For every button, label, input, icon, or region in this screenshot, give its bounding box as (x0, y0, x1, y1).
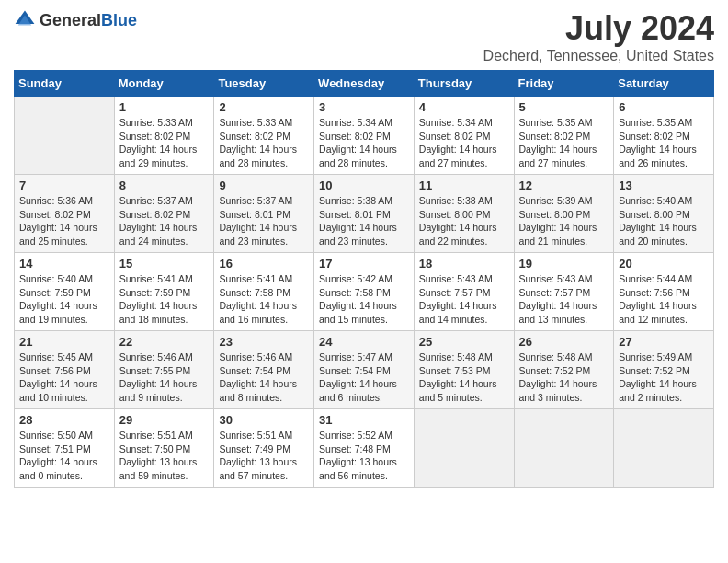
day-info: Sunrise: 5:48 AM Sunset: 7:52 PM Dayligh… (519, 350, 609, 405)
col-wednesday: Wednesday (314, 71, 415, 97)
day-number: 28 (19, 413, 109, 427)
header-row: Sunday Monday Tuesday Wednesday Thursday… (15, 71, 714, 97)
day-info: Sunrise: 5:45 AM Sunset: 7:56 PM Dayligh… (19, 350, 109, 405)
day-number: 24 (319, 335, 409, 349)
day-number: 1 (119, 100, 210, 114)
day-number: 10 (319, 178, 409, 192)
day-info: Sunrise: 5:35 AM Sunset: 8:02 PM Dayligh… (519, 116, 609, 170)
calendar-table: Sunday Monday Tuesday Wednesday Thursday… (14, 70, 714, 488)
day-info: Sunrise: 5:38 AM Sunset: 8:01 PM Dayligh… (319, 194, 409, 248)
day-cell: 17Sunrise: 5:42 AM Sunset: 7:58 PM Dayli… (314, 253, 415, 331)
day-number: 23 (219, 335, 309, 349)
day-cell: 16Sunrise: 5:41 AM Sunset: 7:58 PM Dayli… (214, 253, 314, 331)
day-number: 21 (19, 335, 109, 349)
day-info: Sunrise: 5:40 AM Sunset: 8:00 PM Dayligh… (619, 194, 709, 248)
day-cell: 10Sunrise: 5:38 AM Sunset: 8:01 PM Dayli… (314, 175, 415, 253)
logo-blue: Blue (101, 11, 137, 29)
day-number: 26 (519, 335, 609, 349)
col-friday: Friday (514, 71, 614, 97)
day-cell: 14Sunrise: 5:40 AM Sunset: 7:59 PM Dayli… (15, 253, 115, 331)
week-row-0: 1Sunrise: 5:33 AM Sunset: 8:02 PM Daylig… (15, 97, 714, 175)
day-info: Sunrise: 5:42 AM Sunset: 7:58 PM Dayligh… (319, 272, 409, 327)
week-row-3: 21Sunrise: 5:45 AM Sunset: 7:56 PM Dayli… (15, 331, 714, 409)
day-cell: 23Sunrise: 5:46 AM Sunset: 7:54 PM Dayli… (214, 331, 314, 409)
day-cell: 13Sunrise: 5:40 AM Sunset: 8:00 PM Dayli… (614, 175, 714, 253)
day-info: Sunrise: 5:36 AM Sunset: 8:02 PM Dayligh… (19, 194, 109, 248)
day-number: 19 (519, 257, 609, 270)
day-info: Sunrise: 5:33 AM Sunset: 8:02 PM Dayligh… (219, 116, 309, 170)
week-row-4: 28Sunrise: 5:50 AM Sunset: 7:51 PM Dayli… (15, 409, 714, 488)
subtitle: Decherd, Tennessee, United States (483, 48, 714, 64)
day-cell: 4Sunrise: 5:34 AM Sunset: 8:02 PM Daylig… (414, 97, 514, 175)
day-number: 29 (119, 413, 210, 427)
day-info: Sunrise: 5:47 AM Sunset: 7:54 PM Dayligh… (319, 350, 409, 405)
day-number: 25 (419, 335, 509, 349)
day-cell: 6Sunrise: 5:35 AM Sunset: 8:02 PM Daylig… (614, 97, 714, 175)
main-title: July 2024 (483, 9, 714, 48)
day-cell: 18Sunrise: 5:43 AM Sunset: 7:57 PM Dayli… (414, 253, 514, 331)
day-cell: 24Sunrise: 5:47 AM Sunset: 7:54 PM Dayli… (314, 331, 415, 409)
day-number: 27 (619, 335, 709, 349)
day-info: Sunrise: 5:33 AM Sunset: 8:02 PM Dayligh… (119, 116, 210, 170)
day-cell: 3Sunrise: 5:34 AM Sunset: 8:02 PM Daylig… (314, 97, 415, 175)
col-saturday: Saturday (614, 71, 714, 97)
day-cell: 15Sunrise: 5:41 AM Sunset: 7:59 PM Dayli… (114, 253, 214, 331)
header: GeneralBlue July 2024 Decherd, Tennessee… (14, 9, 714, 64)
day-info: Sunrise: 5:39 AM Sunset: 8:00 PM Dayligh… (519, 194, 609, 248)
day-number: 12 (519, 178, 609, 192)
day-number: 31 (319, 413, 409, 427)
day-cell: 5Sunrise: 5:35 AM Sunset: 8:02 PM Daylig… (514, 97, 614, 175)
day-cell: 26Sunrise: 5:48 AM Sunset: 7:52 PM Dayli… (514, 331, 614, 409)
logo-general: General (40, 11, 101, 29)
day-cell: 19Sunrise: 5:43 AM Sunset: 7:57 PM Dayli… (514, 253, 614, 331)
day-number: 20 (619, 257, 709, 270)
day-info: Sunrise: 5:43 AM Sunset: 7:57 PM Dayligh… (519, 272, 609, 327)
day-info: Sunrise: 5:37 AM Sunset: 8:02 PM Dayligh… (119, 194, 210, 248)
day-info: Sunrise: 5:49 AM Sunset: 7:52 PM Dayligh… (619, 350, 709, 405)
day-cell: 12Sunrise: 5:39 AM Sunset: 8:00 PM Dayli… (514, 175, 614, 253)
day-info: Sunrise: 5:41 AM Sunset: 7:58 PM Dayligh… (219, 272, 309, 327)
day-info: Sunrise: 5:40 AM Sunset: 7:59 PM Dayligh… (19, 272, 109, 327)
day-info: Sunrise: 5:41 AM Sunset: 7:59 PM Dayligh… (119, 272, 210, 327)
day-info: Sunrise: 5:44 AM Sunset: 7:56 PM Dayligh… (619, 272, 709, 327)
day-info: Sunrise: 5:51 AM Sunset: 7:50 PM Dayligh… (119, 429, 210, 483)
day-cell: 1Sunrise: 5:33 AM Sunset: 8:02 PM Daylig… (114, 97, 214, 175)
logo-text: GeneralBlue (40, 11, 137, 30)
day-cell: 25Sunrise: 5:48 AM Sunset: 7:53 PM Dayli… (414, 331, 514, 409)
day-number: 30 (219, 413, 309, 427)
week-row-2: 14Sunrise: 5:40 AM Sunset: 7:59 PM Dayli… (15, 253, 714, 331)
day-cell (15, 97, 115, 175)
day-number: 6 (619, 100, 709, 114)
day-number: 7 (19, 178, 109, 192)
logo-icon (14, 9, 36, 31)
day-cell: 31Sunrise: 5:52 AM Sunset: 7:48 PM Dayli… (314, 409, 415, 488)
day-number: 2 (219, 100, 309, 114)
day-number: 5 (519, 100, 609, 114)
day-cell: 21Sunrise: 5:45 AM Sunset: 7:56 PM Dayli… (15, 331, 115, 409)
day-info: Sunrise: 5:38 AM Sunset: 8:00 PM Dayligh… (419, 194, 509, 248)
day-info: Sunrise: 5:48 AM Sunset: 7:53 PM Dayligh… (419, 350, 509, 405)
day-cell: 2Sunrise: 5:33 AM Sunset: 8:02 PM Daylig… (214, 97, 314, 175)
day-cell: 28Sunrise: 5:50 AM Sunset: 7:51 PM Dayli… (15, 409, 115, 488)
day-info: Sunrise: 5:43 AM Sunset: 7:57 PM Dayligh… (419, 272, 509, 327)
day-info: Sunrise: 5:37 AM Sunset: 8:01 PM Dayligh… (219, 194, 309, 248)
day-info: Sunrise: 5:50 AM Sunset: 7:51 PM Dayligh… (19, 429, 109, 483)
day-cell: 29Sunrise: 5:51 AM Sunset: 7:50 PM Dayli… (114, 409, 214, 488)
day-info: Sunrise: 5:34 AM Sunset: 8:02 PM Dayligh… (319, 116, 409, 170)
day-number: 14 (19, 257, 109, 270)
col-sunday: Sunday (15, 71, 115, 97)
day-cell: 27Sunrise: 5:49 AM Sunset: 7:52 PM Dayli… (614, 331, 714, 409)
day-cell (414, 409, 514, 488)
day-cell: 11Sunrise: 5:38 AM Sunset: 8:00 PM Dayli… (414, 175, 514, 253)
day-number: 22 (119, 335, 210, 349)
day-number: 11 (419, 178, 509, 192)
day-cell: 22Sunrise: 5:46 AM Sunset: 7:55 PM Dayli… (114, 331, 214, 409)
col-thursday: Thursday (414, 71, 514, 97)
day-number: 13 (619, 178, 709, 192)
day-info: Sunrise: 5:46 AM Sunset: 7:55 PM Dayligh… (119, 350, 210, 405)
day-info: Sunrise: 5:35 AM Sunset: 8:02 PM Dayligh… (619, 116, 709, 170)
day-cell: 9Sunrise: 5:37 AM Sunset: 8:01 PM Daylig… (214, 175, 314, 253)
col-monday: Monday (114, 71, 214, 97)
day-info: Sunrise: 5:52 AM Sunset: 7:48 PM Dayligh… (319, 429, 409, 483)
day-info: Sunrise: 5:51 AM Sunset: 7:49 PM Dayligh… (219, 429, 309, 483)
